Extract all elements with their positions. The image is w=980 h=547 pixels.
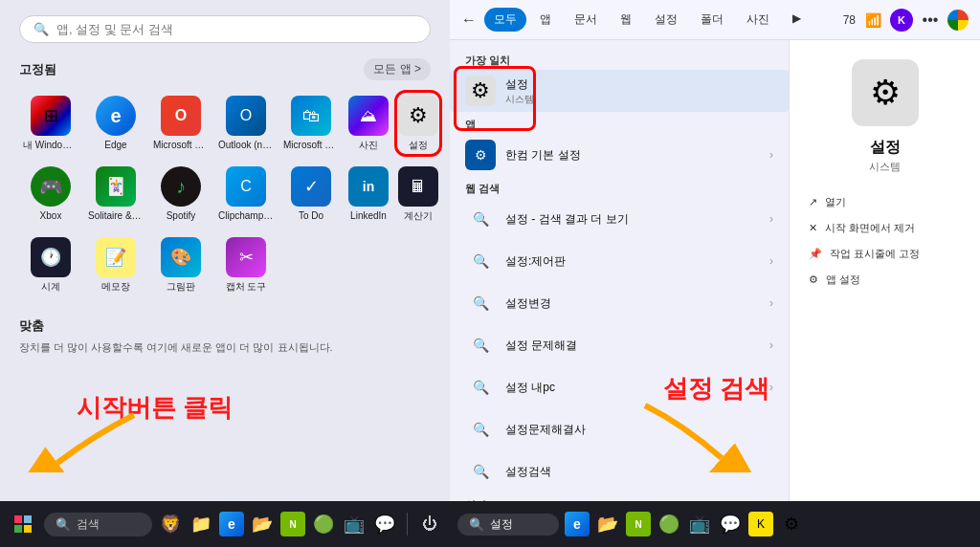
account-icon[interactable]: K xyxy=(890,9,913,32)
web1-title: 설정 - 검색 결과 더 보기 xyxy=(505,211,769,228)
app-item-outlook[interactable]: O Outlook (new) xyxy=(214,90,278,157)
taskbar-right-task[interactable]: 📺 xyxy=(687,512,712,536)
start-menu-panel: 🔍 고정됨 모든 앱 > ⊞ 내 Windows 10 e Edge xyxy=(0,0,450,501)
search-results-panel: ← 모두 앱 문서 웹 설정 폴더 사진 ▶ 78 📶 K ••• xyxy=(450,0,980,501)
taskbar-search-bar[interactable]: 🔍 검색 xyxy=(44,513,152,536)
windows-start-button[interactable] xyxy=(8,509,38,539)
app-label-xbox: Xbox xyxy=(40,210,62,222)
taskbar-search-right[interactable]: 🔍 xyxy=(457,514,559,536)
app-item-edge[interactable]: e Edge xyxy=(84,90,147,157)
taskbar-icon-folder[interactable]: 📂 xyxy=(250,512,275,536)
detail-settings-icon: ⚙ xyxy=(852,59,919,126)
result-item-web1[interactable]: 🔍 설정 - 검색 결과 더 보기 › xyxy=(450,198,789,240)
taskbar-right-settings[interactable]: ⚙ xyxy=(779,512,804,536)
svg-rect-3 xyxy=(24,515,32,523)
app-item-memo[interactable]: 📝 메모장 xyxy=(84,231,147,298)
taskbar-icon-task[interactable]: 📺 xyxy=(342,512,367,536)
app-item-paint[interactable]: 🎨 그림판 xyxy=(149,231,212,298)
m365-icon: O xyxy=(161,96,201,136)
tab-apps[interactable]: 앱 xyxy=(530,8,561,32)
taskbar-right-folder[interactable]: 📂 xyxy=(595,512,620,536)
xbox-icon: 🎮 xyxy=(31,166,71,207)
taskbar-icon-nvidia[interactable]: N xyxy=(280,512,305,536)
tab-pills: 모두 앱 문서 웹 설정 폴더 사진 ▶ xyxy=(484,8,811,32)
more-icon[interactable]: ••• xyxy=(919,9,942,32)
capture-icon: ✂ xyxy=(226,237,266,277)
settings-icon: ⚙ xyxy=(398,96,438,136)
action-open[interactable]: ↗ 열기 xyxy=(805,189,965,215)
linkedin-icon: in xyxy=(348,166,389,207)
open-label: 열기 xyxy=(825,195,846,209)
app-item-clipchamp[interactable]: C Clipchamp – 동영상 편집기 xyxy=(214,161,278,228)
result-item-web4[interactable]: 🔍 설정 문제해결 › xyxy=(450,324,789,366)
app-item-calc[interactable]: 🖩 계산기 xyxy=(394,161,442,228)
settings-result-text: 설정 시스템 xyxy=(505,77,773,106)
app-item-msstore[interactable]: 🛍 Microsoft Store xyxy=(279,90,343,157)
web1-icon: 🔍 xyxy=(465,204,496,234)
back-button[interactable]: ← xyxy=(461,11,477,29)
app-label-outlook: Outlook (new) xyxy=(218,140,274,151)
app-label-solitaire: Solitaire & Casual Games xyxy=(88,210,144,222)
taskbar-right-kakaotalk[interactable]: K xyxy=(748,512,773,536)
app-item-clock[interactable]: 🕐 시계 xyxy=(19,231,82,298)
web5-arrow: › xyxy=(769,381,773,394)
memo-icon: 📝 xyxy=(96,237,136,277)
app-item-m365[interactable]: O Microsoft 365 (Office) xyxy=(149,90,212,157)
start-search-bar[interactable]: 🔍 xyxy=(19,15,431,43)
web4-icon: 🔍 xyxy=(465,330,496,361)
pinned-apps-grid: ⊞ 내 Windows 10 e Edge O Microsoft 365 (O… xyxy=(19,90,431,298)
app-item-linkedin[interactable]: in LinkedIn xyxy=(345,161,392,228)
app-label-capture: 캡처 도구 xyxy=(226,281,267,293)
svg-rect-2 xyxy=(14,515,22,523)
tab-docs[interactable]: 문서 xyxy=(565,8,607,32)
taskbar-icon-chrome[interactable]: 🟢 xyxy=(311,512,336,536)
apps-section-label: 앱 xyxy=(450,112,789,134)
start-search-input[interactable] xyxy=(56,22,416,36)
search-icon: 🔍 xyxy=(33,22,49,36)
taskbar-right-msg[interactable]: 💬 xyxy=(718,512,743,536)
taskbar-icon-msg[interactable]: 💬 xyxy=(372,512,397,536)
pin-taskbar-icon: 📌 xyxy=(809,248,822,260)
app-label-clipchamp: Clipchamp – 동영상 편집기 xyxy=(218,210,274,222)
taskbar-separator xyxy=(407,513,408,536)
taskbar-right-edge[interactable]: e xyxy=(565,512,590,536)
web4-text: 설정 문제해결 xyxy=(505,338,769,354)
web6-icon: 🔍 xyxy=(465,414,496,445)
tab-folder[interactable]: 폴더 xyxy=(691,8,733,32)
app-item-xbox[interactable]: 🎮 Xbox xyxy=(19,161,82,228)
result-item-web2[interactable]: 🔍 설정:제어판 › xyxy=(450,240,789,282)
app-item-settings[interactable]: ⚙ 설정 xyxy=(394,90,442,157)
result-item-hancom[interactable]: ⚙ 한컴 기본 설정 › xyxy=(450,134,789,176)
action-remove-start[interactable]: ✕ 시작 화면에서 제거 xyxy=(805,215,965,241)
outlook-icon: O xyxy=(226,96,266,136)
action-pin-taskbar[interactable]: 📌 작업 표시줄에 고정 xyxy=(805,241,965,267)
all-apps-button[interactable]: 모든 앱 > xyxy=(364,58,431,80)
tab-web[interactable]: 웹 xyxy=(611,8,641,32)
best-match-settings[interactable]: ⚙ 설정 시스템 xyxy=(450,70,789,112)
action-app-settings[interactable]: ⚙ 앱 설정 xyxy=(805,267,965,293)
taskbar-icon-edge[interactable]: e xyxy=(219,512,244,536)
tab-all[interactable]: 모두 xyxy=(484,8,526,32)
tab-settings[interactable]: 설정 xyxy=(645,8,687,32)
app-item-solitaire[interactable]: 🃏 Solitaire & Casual Games xyxy=(84,161,147,228)
taskbar-power-btn[interactable]: ⏻ xyxy=(417,512,442,536)
app-item-todo[interactable]: ✓ To Do xyxy=(279,161,343,228)
app-item-capture[interactable]: ✂ 캡처 도구 xyxy=(214,231,278,298)
taskbar-right-chrome[interactable]: 🟢 xyxy=(657,512,681,536)
taskbar-icon-fox[interactable]: 🦁 xyxy=(158,512,183,536)
app-label-m365: Microsoft 365 (Office) xyxy=(153,140,209,151)
tab-more[interactable]: ▶ xyxy=(783,8,811,32)
app-label-msstore: Microsoft Store xyxy=(283,140,339,151)
result-item-web3[interactable]: 🔍 설정변경 › xyxy=(450,282,789,324)
taskbar-icon-files[interactable]: 📁 xyxy=(189,512,213,536)
taskbar: 🔍 검색 🦁 📁 e 📂 N 🟢 📺 💬 ⏻ 🔍 e 📂 N 🟢 📺 💬 K ⚙ xyxy=(0,501,980,547)
app-item-windows10[interactable]: ⊞ 내 Windows 10 xyxy=(19,90,82,157)
web3-icon: 🔍 xyxy=(465,288,496,318)
app-label-windows10: 내 Windows 10 xyxy=(23,140,78,151)
app-item-photos[interactable]: ⛰ 사진 xyxy=(345,90,392,157)
app-settings-icon: ⚙ xyxy=(809,274,818,286)
tab-photos[interactable]: 사진 xyxy=(737,8,779,32)
taskbar-settings-search-input[interactable] xyxy=(490,517,547,531)
taskbar-right-nvidia[interactable]: N xyxy=(626,512,651,536)
app-item-spotify[interactable]: ♪ Spotify xyxy=(149,161,212,228)
